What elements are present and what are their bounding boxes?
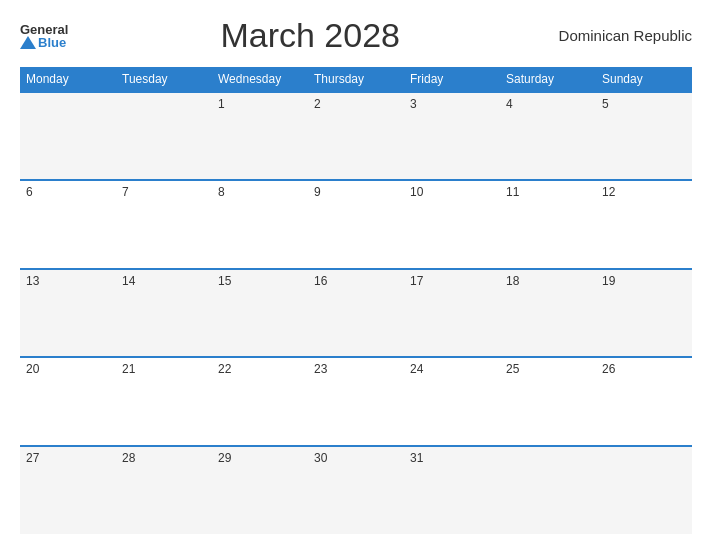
day-number: 21 xyxy=(122,362,206,376)
calendar-day-cell: 27 xyxy=(20,446,116,534)
calendar-day-cell: 22 xyxy=(212,357,308,445)
calendar-day-header: Monday xyxy=(20,67,116,92)
day-number: 8 xyxy=(218,185,302,199)
calendar-day-cell: 9 xyxy=(308,180,404,268)
day-number: 9 xyxy=(314,185,398,199)
calendar-day-cell: 20 xyxy=(20,357,116,445)
calendar-day-cell xyxy=(116,92,212,180)
calendar-day-cell: 26 xyxy=(596,357,692,445)
calendar-day-cell: 14 xyxy=(116,269,212,357)
calendar-day-cell: 19 xyxy=(596,269,692,357)
day-number: 26 xyxy=(602,362,686,376)
calendar-day-cell: 15 xyxy=(212,269,308,357)
calendar-header-row: MondayTuesdayWednesdayThursdayFridaySatu… xyxy=(20,67,692,92)
calendar-week-row: 2728293031 xyxy=(20,446,692,534)
calendar-day-cell: 21 xyxy=(116,357,212,445)
day-number: 25 xyxy=(506,362,590,376)
calendar-day-cell: 7 xyxy=(116,180,212,268)
calendar-day-cell xyxy=(20,92,116,180)
day-number: 17 xyxy=(410,274,494,288)
calendar-day-cell: 31 xyxy=(404,446,500,534)
calendar-week-row: 12345 xyxy=(20,92,692,180)
day-number: 16 xyxy=(314,274,398,288)
day-number: 22 xyxy=(218,362,302,376)
calendar-day-cell: 16 xyxy=(308,269,404,357)
calendar-week-row: 13141516171819 xyxy=(20,269,692,357)
calendar-day-cell: 30 xyxy=(308,446,404,534)
day-number: 7 xyxy=(122,185,206,199)
logo-blue-area: Blue xyxy=(20,36,66,49)
day-number: 1 xyxy=(218,97,302,111)
calendar-day-cell: 28 xyxy=(116,446,212,534)
calendar-day-cell: 23 xyxy=(308,357,404,445)
day-number: 28 xyxy=(122,451,206,465)
calendar-day-cell: 6 xyxy=(20,180,116,268)
calendar-day-header: Tuesday xyxy=(116,67,212,92)
day-number: 13 xyxy=(26,274,110,288)
calendar-table: MondayTuesdayWednesdayThursdayFridaySatu… xyxy=(20,67,692,534)
logo-general-text: General xyxy=(20,23,68,36)
calendar-day-cell: 11 xyxy=(500,180,596,268)
calendar-day-header: Sunday xyxy=(596,67,692,92)
day-number: 19 xyxy=(602,274,686,288)
calendar-day-header: Thursday xyxy=(308,67,404,92)
logo-blue-text: Blue xyxy=(38,36,66,49)
day-number: 30 xyxy=(314,451,398,465)
calendar-week-row: 6789101112 xyxy=(20,180,692,268)
calendar-day-cell: 18 xyxy=(500,269,596,357)
calendar-day-cell: 13 xyxy=(20,269,116,357)
calendar-day-cell: 1 xyxy=(212,92,308,180)
calendar-day-cell: 12 xyxy=(596,180,692,268)
calendar-day-cell: 17 xyxy=(404,269,500,357)
calendar-day-cell xyxy=(596,446,692,534)
calendar-day-cell: 25 xyxy=(500,357,596,445)
calendar-week-row: 20212223242526 xyxy=(20,357,692,445)
calendar-day-cell: 10 xyxy=(404,180,500,268)
day-number: 3 xyxy=(410,97,494,111)
calendar-day-cell: 5 xyxy=(596,92,692,180)
calendar-day-header: Saturday xyxy=(500,67,596,92)
day-number: 12 xyxy=(602,185,686,199)
logo-triangle-icon xyxy=(20,36,36,49)
day-number: 14 xyxy=(122,274,206,288)
day-number: 5 xyxy=(602,97,686,111)
calendar-day-cell: 24 xyxy=(404,357,500,445)
calendar-day-cell: 2 xyxy=(308,92,404,180)
day-number: 4 xyxy=(506,97,590,111)
day-number: 29 xyxy=(218,451,302,465)
day-number: 6 xyxy=(26,185,110,199)
country-label: Dominican Republic xyxy=(552,27,692,44)
day-number: 23 xyxy=(314,362,398,376)
calendar-day-cell: 29 xyxy=(212,446,308,534)
calendar-day-cell: 8 xyxy=(212,180,308,268)
calendar-day-cell xyxy=(500,446,596,534)
day-number: 24 xyxy=(410,362,494,376)
day-number: 18 xyxy=(506,274,590,288)
day-number: 27 xyxy=(26,451,110,465)
day-number: 2 xyxy=(314,97,398,111)
calendar-title: March 2028 xyxy=(68,16,552,55)
calendar-body: 1234567891011121314151617181920212223242… xyxy=(20,92,692,534)
calendar-day-header: Friday xyxy=(404,67,500,92)
day-number: 20 xyxy=(26,362,110,376)
calendar-day-cell: 4 xyxy=(500,92,596,180)
logo: General Blue xyxy=(20,23,68,49)
day-number: 10 xyxy=(410,185,494,199)
day-number: 11 xyxy=(506,185,590,199)
day-number: 15 xyxy=(218,274,302,288)
day-number: 31 xyxy=(410,451,494,465)
calendar-day-header: Wednesday xyxy=(212,67,308,92)
page-header: General Blue March 2028 Dominican Republ… xyxy=(20,16,692,55)
calendar-day-cell: 3 xyxy=(404,92,500,180)
